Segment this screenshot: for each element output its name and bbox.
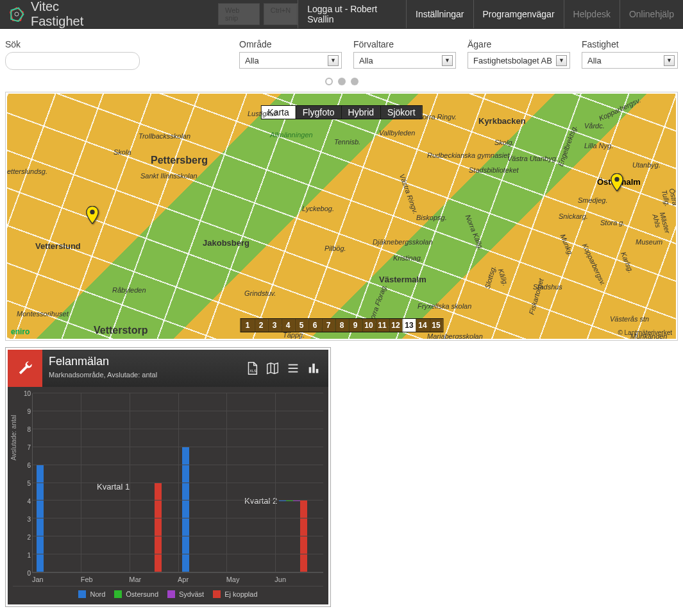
map-poi-label: Tennisb. [334, 138, 360, 146]
y-tick: 5 [27, 480, 31, 487]
x-label: Feb [81, 573, 130, 583]
y-tick: 9 [27, 408, 31, 415]
widget-subtitle: Marknadsområde, Avslutade: antal [49, 371, 231, 379]
logout-link[interactable]: Logga ut - Robert Svallin [298, 0, 406, 28]
map-area-label: Kyrkbacken [478, 116, 526, 126]
map-poi-label: Kristinag. [393, 254, 423, 262]
settings-link[interactable]: Inställningar [406, 0, 473, 28]
map-poi-label: Stora g. [600, 219, 625, 227]
y-tick: 0 [27, 570, 31, 577]
map-poi-label: Fryxellska skolan [417, 302, 471, 310]
svg-point-3 [90, 210, 94, 214]
map-area-label: Vetterslund [35, 241, 81, 251]
map-poi-label: Kopparbergsv. [598, 96, 642, 123]
chart-view-icon[interactable] [307, 361, 321, 375]
zoom-level-3[interactable]: 3 [267, 319, 281, 332]
zoom-level-9[interactable]: 9 [348, 319, 362, 332]
export-xls-icon[interactable]: XLS [245, 361, 259, 375]
chevron-down-icon: ▼ [556, 55, 567, 66]
onlinehelp-link[interactable]: Onlinehjälp [620, 0, 683, 28]
helpdesk-link[interactable]: Helpdesk [564, 0, 620, 28]
fastighet-select[interactable]: Alla ▼ [582, 52, 678, 69]
forvaltare-value: Alla [359, 56, 373, 65]
map-view-icon[interactable] [266, 361, 280, 375]
zoom-level-6[interactable]: 6 [308, 319, 321, 332]
x-label: Jan [32, 573, 81, 583]
zoom-level-7[interactable]: 7 [321, 319, 335, 332]
zoom-level-12[interactable]: 12 [389, 319, 402, 332]
map-poi-label: Lustigkull [248, 110, 277, 117]
map-poi-label: Djäknebergsskolan [373, 238, 433, 246]
chart-plot: Kvartal 1 Kvartal 2 [32, 393, 323, 573]
map-pin-icon[interactable] [85, 206, 99, 224]
widget-header: Felanmälan Marknadsområde, Avslutade: an… [8, 350, 328, 387]
ghost-button-1[interactable]: Web snip [218, 3, 260, 25]
zoom-level-15[interactable]: 15 [429, 319, 443, 332]
map-type-flygfoto[interactable]: Flygfoto [296, 106, 341, 119]
y-tick: 7 [27, 444, 31, 451]
zoom-level-14[interactable]: 14 [416, 319, 429, 332]
y-axis: Avslutade: antal 012345678910 [13, 393, 32, 573]
agare-select[interactable]: Fastighetsbolaget AB ▼ [468, 52, 570, 69]
y-tick: 10 [24, 390, 31, 397]
map-type-hybrid[interactable]: Hybrid [341, 106, 380, 119]
legend-item[interactable]: Sydväst [167, 590, 204, 598]
legend-item[interactable]: Ej kopplad [213, 590, 257, 598]
omrade-label: Område [239, 39, 342, 49]
legend-label: Nord [90, 590, 105, 598]
zoom-level-10[interactable]: 10 [362, 319, 375, 332]
list-view-icon[interactable] [286, 361, 300, 375]
forvaltare-select[interactable]: Alla ▼ [353, 52, 456, 69]
legend-item[interactable]: Östersund [114, 590, 158, 598]
map-poi-label: Mäster Ahls [651, 211, 673, 242]
zoom-level-11[interactable]: 11 [375, 319, 389, 332]
omrade-group: Område Alla ▼ [239, 39, 342, 69]
fastighet-label: Fastighet [582, 39, 678, 49]
map-area-label: Pettersberg [151, 155, 208, 166]
zoom-level-2[interactable]: 2 [254, 319, 267, 332]
app-title: Vitec Fastighet [31, 0, 113, 29]
map-type-sjökort[interactable]: Sjökort [380, 106, 422, 119]
map[interactable]: KartaFlygfotoHybridSjökort Pettersberg J… [7, 94, 676, 339]
fastighet-value: Alla [587, 56, 602, 65]
chevron-down-icon: ▼ [328, 55, 339, 66]
map-area-label: Vetterstorp [94, 325, 148, 336]
map-poi-label: Vallbyleden [379, 129, 415, 137]
map-poi-label: Biskopsg. [416, 214, 447, 221]
svg-rect-11 [316, 369, 319, 373]
page-dot-2[interactable] [338, 78, 346, 85]
map-area-label: Jakobsberg [203, 238, 249, 248]
legend-label: Ej kopplad [224, 590, 257, 598]
map-poi-label: Källg. [497, 268, 510, 287]
page-dots [0, 74, 683, 92]
map-poi-label: Lyckebog. [302, 205, 334, 212]
omrade-value: Alla [245, 56, 259, 65]
map-poi-label: Snickarg. [559, 212, 588, 220]
widget-title: Felanmälan [49, 355, 231, 368]
zoom-level-13[interactable]: 13 [402, 319, 416, 332]
map-poi-label: Slottsg. [484, 265, 498, 290]
x-axis-labels: JanFebMarAprMayJun [32, 573, 323, 583]
ghost-button-2[interactable]: Ctrl+N [264, 3, 298, 25]
shortcuts-link[interactable]: Programgenvägar [473, 0, 564, 28]
legend-item[interactable]: Nord [78, 590, 105, 598]
page-dot-1[interactable] [325, 78, 333, 85]
zoom-level-8[interactable]: 8 [335, 319, 348, 332]
svg-rect-9 [309, 367, 312, 373]
agare-label: Ägare [468, 39, 570, 49]
topbar: Vitec Fastighet Web snip Ctrl+N Logga ut… [0, 0, 683, 29]
zoom-level-1[interactable]: 1 [240, 319, 254, 332]
map-poi-label: Råbyleden [112, 286, 146, 294]
map-poi-label: Allmänningen [270, 131, 313, 139]
page-dot-3[interactable] [351, 78, 358, 85]
search-group: Sök [5, 39, 140, 70]
omrade-select[interactable]: Alla ▼ [239, 52, 342, 69]
legend-swatch [213, 590, 221, 598]
map-pin-icon[interactable] [610, 173, 624, 191]
zoom-level-5[interactable]: 5 [294, 319, 308, 332]
y-tick: 6 [27, 462, 31, 469]
map-poi-label: Engelbrektsg. [556, 124, 578, 167]
search-input[interactable] [5, 52, 140, 70]
map-poi-label: Montessorihuset [17, 310, 69, 318]
zoom-level-4[interactable]: 4 [281, 319, 294, 332]
